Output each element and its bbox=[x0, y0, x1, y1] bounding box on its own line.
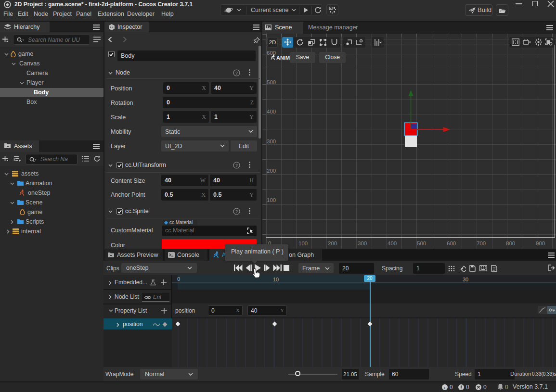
svg-text:?: ? bbox=[235, 209, 238, 214]
svg-text:?: ? bbox=[235, 71, 238, 76]
svg-text:?: ? bbox=[235, 163, 238, 168]
